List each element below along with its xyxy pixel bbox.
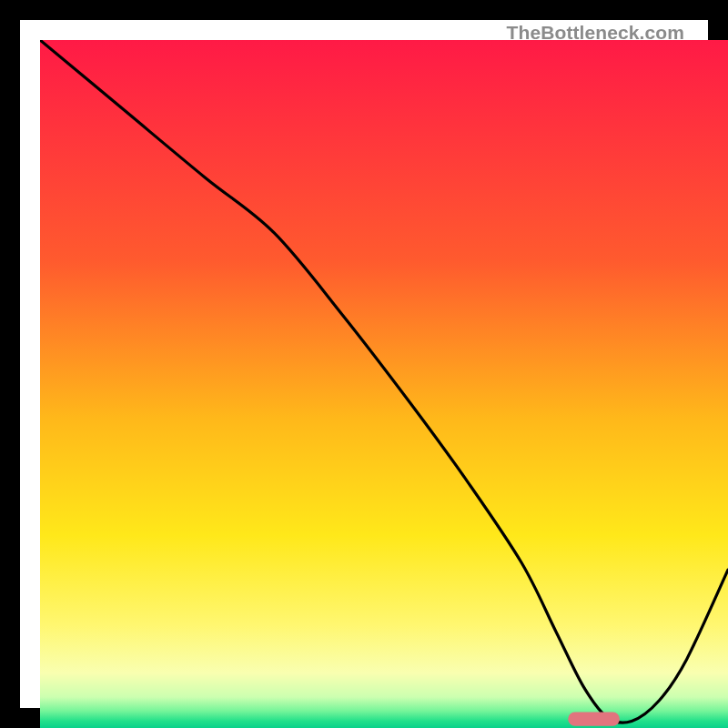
- gradient-backdrop: [40, 40, 728, 728]
- watermark-label: TheBottleneck.com: [507, 22, 684, 44]
- plot-svg: [40, 40, 728, 728]
- plot-area: [40, 40, 728, 728]
- optimal-marker: [568, 713, 620, 726]
- chart-frame: TheBottleneck.com: [0, 0, 728, 728]
